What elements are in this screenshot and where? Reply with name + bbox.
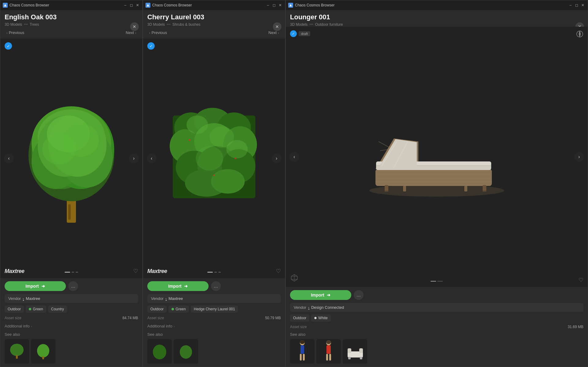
additional-info-1[interactable]: Additional info ›	[5, 323, 138, 330]
more-btn-2[interactable]: ...	[211, 281, 221, 291]
import-label-3: Import	[311, 293, 324, 297]
prev-btn-1[interactable]: ‹ Previous	[5, 29, 26, 36]
svg-point-40	[579, 33, 580, 35]
minimize-btn-3[interactable]: –	[568, 3, 573, 8]
svg-rect-74	[300, 345, 304, 354]
see-also-thumb-3a	[292, 339, 312, 364]
prev-arrow-1: ‹	[6, 31, 8, 35]
tag-outdoor-label-3: Outdoor	[293, 316, 306, 320]
close-btn-3[interactable]: ✕	[580, 3, 585, 8]
image-next-btn-1[interactable]: ›	[129, 153, 139, 163]
dot-2c	[218, 272, 221, 273]
bottom-section-2: Import ➜ ... Vendor • Maxtree Outdoor Gr…	[143, 278, 285, 367]
vendor-name-1: Maxtree	[26, 296, 40, 301]
see-also-label-1: See also	[5, 331, 138, 337]
favorite-btn-1[interactable]: ♡	[133, 268, 138, 274]
svg-point-36	[213, 174, 215, 176]
favorite-btn-2[interactable]: ♡	[276, 268, 281, 274]
see-also-item-2a[interactable]	[147, 339, 172, 364]
see-also-item-1a[interactable]	[5, 339, 29, 364]
tag-outdoor-1[interactable]: Outdoor	[5, 305, 24, 313]
tag-outdoor-3[interactable]: Outdoor	[290, 314, 309, 322]
tag-white-dot-3	[314, 317, 317, 319]
asset-size-label-1: Asset size	[5, 316, 21, 320]
see-also-item-2b[interactable]	[174, 339, 198, 364]
breadcrumb-sep3: •••	[309, 22, 313, 27]
see-also-thumb-2a	[150, 342, 169, 361]
prev-btn-2[interactable]: ‹ Previous	[147, 29, 169, 36]
close-btn-2[interactable]: ✕	[278, 3, 283, 8]
image-next-btn-2[interactable]: ›	[272, 153, 281, 163]
view-line-3a	[431, 281, 436, 282]
tag-hedge-2[interactable]: Hedge Cherry Laurel 001	[191, 305, 238, 313]
app-title-3: Chaos Cosmos Browser	[295, 3, 334, 7]
tag-outdoor-2[interactable]: Outdoor	[147, 305, 167, 313]
see-also-item-3a[interactable]	[290, 339, 315, 364]
see-also-thumb-3c	[345, 339, 365, 364]
bottom-section-3: Import ➜ ... Vendor • Design Connected O…	[286, 287, 588, 367]
image-prev-btn-3[interactable]: ‹	[289, 152, 299, 162]
see-also-item-3c[interactable]	[343, 339, 367, 364]
favorite-btn-3[interactable]: ♡	[579, 277, 583, 283]
asset-size-label-2: Asset size	[147, 316, 164, 320]
svg-rect-84	[348, 348, 351, 353]
image-prev-btn-2[interactable]: ‹	[147, 153, 156, 163]
see-also-label-3: See also	[290, 331, 583, 337]
checked-badge-2: ✓	[147, 42, 155, 50]
asset-size-label-3: Asset size	[290, 325, 307, 329]
draft-badge-3: ✓ draft	[290, 30, 310, 37]
image-container-2: ✓ ‹ ›	[143, 39, 285, 278]
image-prev-btn-1[interactable]: ‹	[4, 153, 14, 163]
import-btn-1[interactable]: Import ➜	[5, 281, 66, 291]
svg-point-32	[196, 146, 223, 171]
more-btn-1[interactable]: ...	[68, 281, 78, 291]
wireframe-icon-3[interactable]	[290, 273, 299, 283]
see-also-item-1b[interactable]	[31, 339, 55, 364]
prev-label-2: Previous	[152, 30, 167, 35]
svg-rect-79	[326, 345, 331, 354]
close-btn-1[interactable]: ✕	[135, 3, 140, 8]
breadcrumb-category-1[interactable]: Trees	[30, 22, 39, 27]
additional-info-2[interactable]: Additional info ›	[147, 323, 281, 330]
breadcrumb-3dmodels-3[interactable]: 3D Models	[290, 22, 307, 27]
vendor-label-2: Vendor	[151, 296, 164, 301]
panel-close-btn-1[interactable]: ✕	[130, 22, 139, 31]
svg-rect-70	[464, 186, 467, 191]
svg-point-77	[300, 340, 305, 344]
maximize-btn-2[interactable]: ◻	[272, 3, 277, 8]
checked-badge-1: ✓	[5, 42, 12, 50]
tag-country-1[interactable]: Country	[48, 305, 67, 313]
tag-green-1[interactable]: Green	[26, 305, 46, 313]
panel-close-btn-2[interactable]: ✕	[273, 22, 281, 31]
import-btn-2[interactable]: Import ➜	[147, 281, 209, 291]
more-btn-3[interactable]: ...	[354, 290, 364, 300]
import-btn-3[interactable]: Import ➜	[290, 290, 351, 300]
see-also-row-2	[147, 339, 281, 364]
svg-point-30	[187, 115, 208, 134]
maximize-btn-3[interactable]: ◻	[574, 3, 579, 8]
svg-rect-75	[300, 354, 302, 361]
compass-icon-3[interactable]	[576, 30, 583, 39]
asset-size-row-3: Asset size 31.69 MB	[290, 324, 583, 329]
tag-green-2[interactable]: Green	[168, 305, 189, 313]
minimize-btn-2[interactable]: –	[266, 3, 270, 8]
svg-rect-69	[403, 186, 406, 191]
minimize-btn-1[interactable]: –	[123, 3, 128, 8]
import-icon-2: ➜	[184, 284, 188, 289]
tag-country-label-1: Country	[51, 307, 64, 311]
maximize-btn-1[interactable]: ◻	[129, 3, 134, 8]
vendor-sep-2: •	[165, 298, 167, 299]
import-label-1: Import	[25, 284, 39, 289]
hedge-image-2	[160, 97, 268, 220]
maxtree-logo-1: Maxtree	[5, 268, 24, 274]
tag-white-3[interactable]: White	[311, 314, 331, 322]
svg-point-14	[10, 344, 24, 356]
window-controls-2: – ◻ ✕	[266, 3, 283, 8]
image-next-btn-3[interactable]: ›	[574, 152, 584, 162]
breadcrumb-category-2[interactable]: Shrubs & bushes	[172, 22, 200, 27]
breadcrumb-3dmodels-1[interactable]: 3D Models	[5, 22, 22, 27]
breadcrumb-3dmodels-2[interactable]: 3D Models	[147, 22, 165, 27]
breadcrumb-category-3[interactable]: Outdoor furniture	[315, 22, 343, 27]
svg-point-33	[226, 140, 248, 158]
see-also-item-3b[interactable]	[316, 339, 341, 364]
